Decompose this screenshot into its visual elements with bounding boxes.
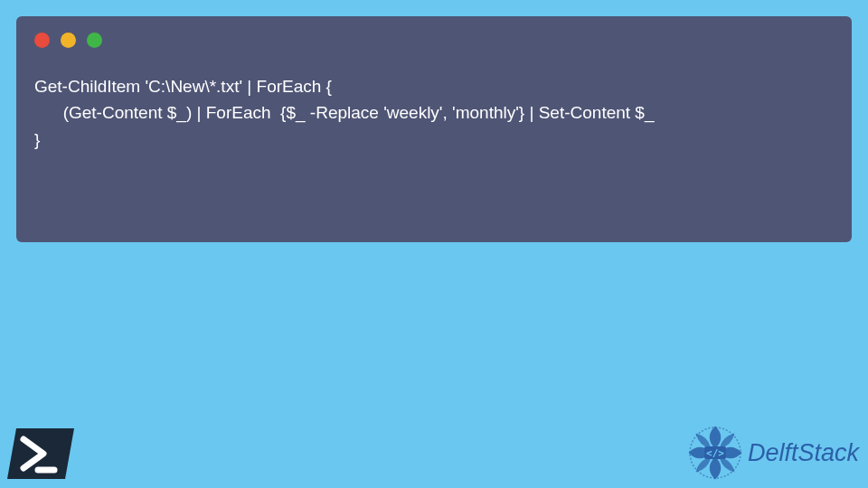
maximize-icon[interactable] xyxy=(87,33,102,48)
svg-text:</>: </> xyxy=(706,447,724,459)
minimize-icon[interactable] xyxy=(61,33,76,48)
close-icon[interactable] xyxy=(34,33,50,48)
code-line-2: (Get-Content $_) | ForEach {$_ -Replace … xyxy=(34,103,654,122)
code-window: Get-ChildItem 'C:\New\*.txt' | ForEach {… xyxy=(16,16,852,242)
delftstack-ornament-icon: </> xyxy=(687,425,743,481)
code-block: Get-ChildItem 'C:\New\*.txt' | ForEach {… xyxy=(34,73,834,153)
delftstack-text: DelftStack xyxy=(748,439,859,467)
code-line-3: } xyxy=(34,130,40,149)
window-controls xyxy=(34,33,834,48)
powershell-logo-svg xyxy=(5,427,76,481)
code-line-1: Get-ChildItem 'C:\New\*.txt' | ForEach { xyxy=(34,77,332,96)
delftstack-logo: </> DelftStack xyxy=(687,425,859,481)
powershell-icon xyxy=(5,427,76,481)
